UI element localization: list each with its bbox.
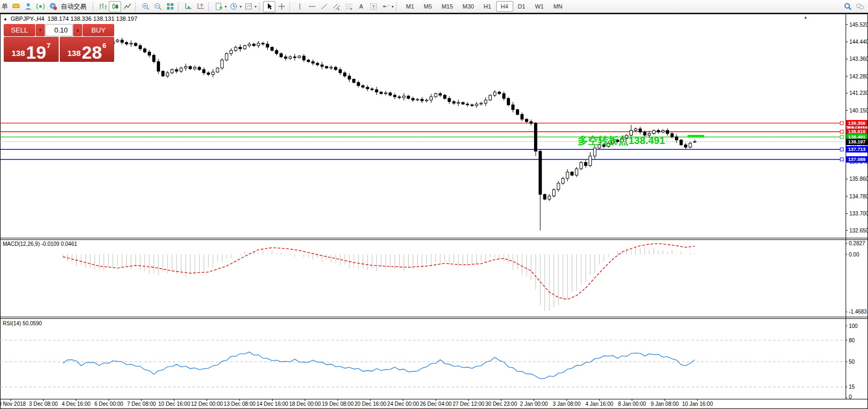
svg-text:0.00: 0.00 xyxy=(849,252,859,258)
signal-icon[interactable] xyxy=(34,1,46,12)
chevron-down-icon[interactable]: ▾ xyxy=(225,4,227,9)
svg-text:F: F xyxy=(351,7,352,11)
buy-button[interactable]: BUY xyxy=(83,24,114,36)
zoom-out-icon[interactable] xyxy=(152,1,164,12)
svg-text:4 Jan 16:00: 4 Jan 16:00 xyxy=(585,401,614,407)
volume-increase-button[interactable]: ▲ xyxy=(73,24,82,36)
text-icon[interactable]: A xyxy=(355,1,367,12)
chart-shift-icon[interactable] xyxy=(194,1,206,12)
line-chart-icon[interactable] xyxy=(121,1,133,12)
bar-chart-icon[interactable] xyxy=(97,1,109,12)
svg-text:T: T xyxy=(372,4,375,10)
candlestick-chart-icon[interactable] xyxy=(109,1,121,12)
channel-icon[interactable]: E xyxy=(330,1,343,12)
sell-button[interactable]: SELL xyxy=(4,24,35,36)
zoom-in-icon[interactable] xyxy=(139,1,152,12)
autotrading-label: 自动交易 xyxy=(59,2,88,11)
volume-decrease-button[interactable]: ▼ xyxy=(36,24,45,36)
svg-text:15: 15 xyxy=(849,384,855,390)
chart-canvas[interactable]: 145.520144.440143.360142.280141.230140.1… xyxy=(0,13,868,409)
horizontal-line-icon[interactable] xyxy=(306,1,318,12)
timeframe-button-m5[interactable]: M5 xyxy=(419,1,436,12)
timeframe-button-mn[interactable]: MN xyxy=(548,1,567,12)
toolbar-grip xyxy=(396,3,398,11)
new-order-button[interactable]: 单 xyxy=(0,2,10,11)
book-icon[interactable] xyxy=(10,1,22,12)
price-line-label: 138.197 xyxy=(846,139,867,145)
svg-text:E: E xyxy=(338,7,340,11)
chat-icon[interactable] xyxy=(854,1,866,12)
svg-text:50: 50 xyxy=(849,359,855,365)
svg-text:-1.4683: -1.4683 xyxy=(849,309,867,315)
price-line-label: 137.713 xyxy=(846,146,867,153)
auto-scroll-icon[interactable] xyxy=(182,1,194,12)
toolbar-grip xyxy=(135,3,137,11)
ask-prefix: 138 xyxy=(67,49,81,58)
highlight-line-segment[interactable] xyxy=(688,135,704,138)
svg-text:10 Jan 16:00: 10 Jan 16:00 xyxy=(682,401,713,407)
svg-text:134.780: 134.780 xyxy=(849,194,868,199)
collapse-panel-icon[interactable]: ▲ xyxy=(3,17,7,21)
svg-text:30 Dec 23:00: 30 Dec 23:00 xyxy=(485,401,517,407)
svg-text:100: 100 xyxy=(849,323,858,329)
bid-price-box[interactable]: 138197 xyxy=(4,37,59,62)
timeframe-button-h4[interactable]: H4 xyxy=(496,1,513,12)
svg-text:30 Nov 2018: 30 Nov 2018 xyxy=(0,401,26,407)
periods-clock-icon[interactable] xyxy=(227,1,240,12)
symbol-period-label: GBPJPY-,H4 xyxy=(11,15,44,22)
price-line-label: 137.089 xyxy=(846,156,867,163)
svg-text:4 Dec 16:00: 4 Dec 16:00 xyxy=(62,401,91,407)
volume-input[interactable]: 0.10 xyxy=(45,24,73,36)
chart-shift-marker[interactable]: ▲ xyxy=(803,15,808,20)
bid-sup: 7 xyxy=(47,42,51,50)
svg-text:10 Dec 16:00: 10 Dec 16:00 xyxy=(158,401,190,407)
timeframe-button-m15[interactable]: M15 xyxy=(437,1,458,12)
pivot-annotation-text[interactable]: 多空转折点138.491 xyxy=(578,134,665,148)
timeframe-button-m30[interactable]: M30 xyxy=(458,1,479,12)
svg-text:26 Dec 04:00: 26 Dec 04:00 xyxy=(420,401,452,407)
toolbar-grip xyxy=(259,3,261,11)
svg-text:A: A xyxy=(359,3,363,10)
ask-main: 28 xyxy=(82,45,102,60)
chevron-down-icon[interactable]: ▾ xyxy=(254,4,257,9)
chart-title: ▲ GBPJPY-,H4 138.174 138.336 138.131 138… xyxy=(3,15,137,22)
tile-windows-icon[interactable] xyxy=(164,1,176,12)
macd-indicator-label: MACD(12,26,9) -0.0109 0.0461 xyxy=(3,241,77,247)
svg-text:27 Dec 12:00: 27 Dec 12:00 xyxy=(452,401,484,407)
chart-window: 145.520144.440143.360142.280141.230140.1… xyxy=(0,13,868,409)
svg-text:132.650: 132.650 xyxy=(849,228,868,234)
svg-text:0.2827: 0.2827 xyxy=(849,240,865,246)
profile-icon[interactable] xyxy=(22,1,34,12)
chevron-down-icon[interactable]: ▾ xyxy=(240,4,242,9)
fibonacci-icon[interactable]: F xyxy=(343,1,355,12)
ask-price-box[interactable]: 138286 xyxy=(60,37,115,62)
label-icon[interactable]: T xyxy=(367,1,379,12)
new-chart-icon[interactable] xyxy=(212,1,225,12)
timeframe-button-d1[interactable]: D1 xyxy=(513,1,530,12)
timeframe-button-w1[interactable]: W1 xyxy=(530,1,549,12)
search-icon[interactable] xyxy=(841,1,854,12)
templates-icon[interactable] xyxy=(242,1,254,12)
vertical-line-icon[interactable] xyxy=(293,1,306,12)
svg-text:2 Jan 00:00: 2 Jan 00:00 xyxy=(520,401,548,407)
svg-text:8 Jan 00:00: 8 Jan 00:00 xyxy=(618,401,647,407)
toolbar-grip xyxy=(92,3,94,11)
svg-text:144.440: 144.440 xyxy=(849,39,868,45)
timeframe-button-h1[interactable]: H1 xyxy=(479,1,496,12)
timeframe-button-m1[interactable]: M1 xyxy=(401,1,419,12)
one-click-trade-panel: SELL ▼ 0.10 ▲ BUY 138197 138286 xyxy=(4,24,114,62)
bid-main: 19 xyxy=(26,45,46,60)
autotrading-button[interactable]: 自动交易 xyxy=(46,1,91,12)
shapes-icon[interactable] xyxy=(379,1,392,12)
svg-text:3 Dec 08:00: 3 Dec 08:00 xyxy=(29,401,58,407)
price-line-label: 139.356 xyxy=(846,120,867,126)
trendline-icon[interactable] xyxy=(318,1,330,12)
crosshair-icon[interactable] xyxy=(275,1,288,12)
svg-text:133.700: 133.700 xyxy=(849,211,868,216)
cursor-icon[interactable] xyxy=(263,1,275,12)
svg-text:18 Dec 00:00: 18 Dec 00:00 xyxy=(289,401,321,407)
svg-text:14 Dec 16:00: 14 Dec 16:00 xyxy=(257,401,289,407)
toolbar-grip xyxy=(208,3,210,11)
globe-icon xyxy=(49,2,58,11)
chevron-down-icon[interactable]: ▾ xyxy=(392,4,394,9)
